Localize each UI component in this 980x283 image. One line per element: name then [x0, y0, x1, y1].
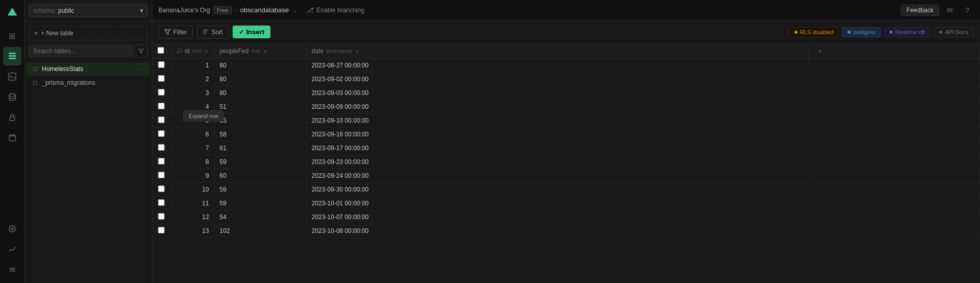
row-id-cell: 13: [171, 224, 214, 238]
table-editor-icon[interactable]: [3, 47, 21, 65]
row-checkbox[interactable]: [158, 103, 165, 109]
postgres-pill[interactable]: postgres: [842, 27, 880, 37]
row-checkbox[interactable]: [158, 130, 165, 137]
auth-icon[interactable]: [3, 108, 21, 127]
row-extra-cell: [808, 155, 979, 169]
row-extra-cell: [808, 128, 979, 142]
select-all-checkbox[interactable]: [157, 47, 164, 54]
main-content: BananaJuice's Org Free › obscandatabase …: [152, 0, 980, 283]
row-extra-cell: [808, 169, 979, 183]
row-checkbox[interactable]: [158, 89, 165, 96]
enable-branching-button[interactable]: ⎇ Enable branching: [302, 5, 368, 15]
row-checkbox[interactable]: [158, 185, 165, 192]
home-icon[interactable]: ⊞: [3, 27, 21, 45]
row-id-cell: 8: [171, 155, 214, 169]
add-column-header[interactable]: +: [808, 44, 979, 59]
rls-status-pill[interactable]: RLS disabled: [789, 27, 839, 37]
row-checkbox[interactable]: [158, 116, 165, 123]
realtime-label: Realtime off: [895, 29, 925, 35]
sort-button[interactable]: Sort: [197, 26, 229, 39]
row-peoplefed-cell: 80: [214, 59, 306, 73]
add-column-icon[interactable]: +: [814, 47, 826, 55]
schema-dropdown[interactable]: schema: public ▾: [29, 4, 148, 17]
storage-icon[interactable]: [3, 129, 21, 147]
table-row[interactable]: 8 59 2023-09-23 00:00:00: [152, 155, 980, 169]
row-checkbox-cell: [152, 142, 171, 155]
date-col-chevron-icon[interactable]: [355, 49, 360, 54]
database-icon[interactable]: [3, 88, 21, 106]
row-date-cell: 2023-09-23 00:00:00: [306, 155, 808, 169]
insert-button[interactable]: ✓ Insert: [233, 26, 270, 38]
table-list: ⊡ HomelessStats ··· ⊡ _prisma_migrations: [25, 62, 152, 283]
sql-editor-icon[interactable]: [3, 67, 21, 86]
search-tables-input[interactable]: [29, 45, 132, 57]
peoplefed-col-name: peopleFed: [220, 48, 249, 55]
reports-icon[interactable]: [3, 240, 21, 258]
row-extra-cell: [808, 73, 979, 86]
table-row[interactable]: 1 80 2023-08-27 00:00:00: [152, 59, 980, 73]
table-row[interactable]: 9 60 2023-09-24 00:00:00: [152, 169, 980, 183]
table-name: HomelessStats: [42, 65, 134, 73]
realtime-pill[interactable]: Realtime off: [884, 27, 931, 37]
table-container: Expand row id int4: [152, 44, 980, 283]
row-checkbox[interactable]: [158, 199, 165, 206]
more-options-button[interactable]: ···: [139, 65, 144, 73]
api-docs-pill[interactable]: API Docs: [933, 27, 974, 37]
api-label: API Docs: [945, 29, 968, 35]
settings-icon[interactable]: [3, 261, 21, 279]
table-row[interactable]: 7 61 2023-09-17 00:00:00: [152, 142, 980, 155]
table-row[interactable]: 5 65 2023-09-10 00:00:00: [152, 114, 980, 128]
row-checkbox[interactable]: [158, 213, 165, 220]
table-row[interactable]: 10 59 2023-09-30 00:00:00: [152, 183, 980, 197]
key-icon: [176, 48, 183, 54]
row-extra-cell: [808, 100, 979, 114]
api-dot: [939, 31, 942, 34]
feedback-button[interactable]: Feedback: [901, 5, 939, 16]
id-col-chevron-icon[interactable]: [204, 49, 209, 54]
table-row[interactable]: 4 51 2023-09-09 00:00:00: [152, 100, 980, 114]
row-checkbox[interactable]: [158, 144, 165, 151]
table-row[interactable]: 13 102 2023-10-08 00:00:00: [152, 224, 980, 238]
branch-label: Enable branching: [316, 7, 364, 14]
date-col-type: timestamp: [326, 48, 352, 54]
table-row[interactable]: 3 80 2023-09-03 00:00:00: [152, 86, 980, 100]
row-id-cell: 1: [171, 59, 214, 73]
row-checkbox[interactable]: [158, 158, 165, 164]
svg-rect-2: [9, 58, 16, 59]
table-item-homelessstats[interactable]: ⊡ HomelessStats ···: [27, 62, 150, 76]
row-peoplefed-cell: 58: [214, 128, 306, 142]
email-icon[interactable]: ✉: [943, 4, 956, 17]
select-all-header: [152, 44, 171, 59]
row-checkbox[interactable]: [158, 75, 165, 82]
row-checkbox[interactable]: [158, 172, 165, 178]
peoplefed-column-header: peopleFed int4: [214, 44, 306, 59]
help-icon[interactable]: ?: [961, 4, 974, 17]
new-table-button[interactable]: + + New table: [29, 26, 148, 40]
row-checkbox[interactable]: [158, 227, 165, 233]
svg-point-5: [9, 94, 15, 97]
filter-tables-button[interactable]: [134, 44, 148, 58]
table-row[interactable]: 12 54 2023-10-07 00:00:00: [152, 210, 980, 224]
table-row[interactable]: 6 58 2023-09-16 00:00:00: [152, 128, 980, 142]
peoplefed-col-chevron-icon[interactable]: [263, 49, 268, 54]
row-peoplefed-cell: 102: [214, 224, 306, 238]
org-badge: Free: [213, 6, 232, 14]
filter-button[interactable]: Filter: [158, 26, 193, 39]
table-name: _prisma_migrations: [42, 79, 144, 86]
row-checkbox[interactable]: [158, 61, 165, 68]
postgres-label: postgres: [853, 29, 875, 35]
table-item-prisma-migrations[interactable]: ⊡ _prisma_migrations: [27, 76, 150, 89]
table-body: 1 80 2023-08-27 00:00:00 2 80 2023-09-02…: [152, 59, 980, 238]
new-table-label: + New table: [41, 30, 74, 37]
row-peoplefed-cell: 61: [214, 142, 306, 155]
table-row[interactable]: 11 59 2023-10-01 00:00:00: [152, 197, 980, 210]
id-col-type: int4: [192, 48, 201, 54]
table-sidebar: schema: public ▾ + + New table ⊡ Homeles…: [25, 0, 152, 283]
row-id-cell: 9: [171, 169, 214, 183]
table-row[interactable]: 2 80 2023-09-02 00:00:00: [152, 73, 980, 86]
row-peoplefed-cell: 65: [214, 114, 306, 128]
row-peoplefed-cell: 51: [214, 100, 306, 114]
functions-icon[interactable]: [3, 220, 21, 238]
toolbar-right: RLS disabled postgres Realtime off API D…: [789, 27, 974, 37]
logo[interactable]: [4, 4, 20, 20]
